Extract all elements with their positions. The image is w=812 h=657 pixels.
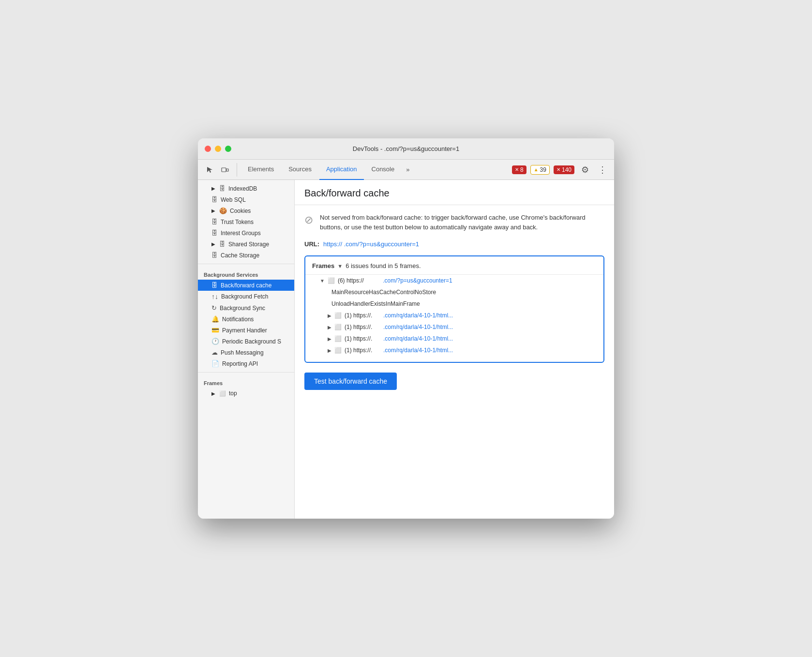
sub-frame-4-expand-icon[interactable]: ▶: [328, 348, 331, 353]
sidebar-item-shared-storage[interactable]: ▶ 🗄 Shared Storage: [198, 239, 294, 250]
toolbar-icons: [203, 163, 237, 177]
main-frame-expand-icon[interactable]: ▼: [320, 278, 325, 284]
sub-frame-2-expand-icon[interactable]: ▶: [328, 325, 331, 330]
tab-sources-label: Sources: [288, 165, 312, 173]
sidebar-item-back-forward-cache[interactable]: 🗄 Back/forward cache: [198, 280, 294, 291]
issue-1: MainResourceHasCacheControlNoStore: [328, 289, 436, 296]
content-area: Back/forward cache ⊘ Not served from bac…: [295, 180, 614, 519]
sidebar-item-background-fetch[interactable]: ↑↓ Background Fetch: [198, 291, 294, 302]
content-header: Back/forward cache: [295, 180, 614, 205]
sidebar-label-cache-storage: Cache Storage: [221, 252, 259, 259]
cache-storage-icon: 🗄: [211, 252, 218, 259]
frames-arrow-icon[interactable]: ▼: [337, 263, 343, 269]
warning-icon: ▲: [534, 167, 539, 172]
mixed-count: 140: [562, 166, 571, 173]
tab-elements[interactable]: Elements: [241, 160, 281, 180]
frames-box: Frames ▼ 6 issues found in 5 frames. ▼ ⬜…: [304, 255, 604, 363]
sub-frame-4-info: (1) https://.: [345, 347, 372, 354]
sidebar-item-background-sync[interactable]: ↻ Background Sync: [198, 302, 294, 314]
sidebar-label-indexeddb: IndexedDB: [228, 185, 257, 192]
sidebar-label-cookies: Cookies: [230, 208, 251, 214]
periodic-background-icon: 🕐: [211, 338, 219, 345]
sidebar-item-trust-tokens[interactable]: 🗄 Trust Tokens: [198, 216, 294, 227]
main-frame-count: (6) https://: [338, 277, 364, 284]
sidebar-label-background-fetch: Background Fetch: [221, 293, 268, 300]
url-row: URL: https:// .com/?p=us&guccounter=1: [304, 240, 604, 248]
sub-frame-2-icon: ⬜: [334, 324, 342, 330]
toolbar: Elements Sources Application Console » ✕…: [198, 160, 614, 180]
tab-console[interactable]: Console: [365, 160, 402, 180]
sub-frame-2-url: .com/rq/darla/4-10-1/html...: [375, 324, 597, 330]
svg-rect-0: [222, 168, 226, 172]
sidebar-label-background-sync: Background Sync: [220, 305, 265, 312]
sidebar-item-interest-groups[interactable]: 🗄 Interest Groups: [198, 227, 294, 239]
tab-console-label: Console: [372, 165, 395, 173]
minimize-button[interactable]: [215, 146, 221, 152]
sub-frame-1-expand-icon[interactable]: ▶: [328, 313, 331, 318]
arrow-icon: ▶: [211, 186, 215, 191]
sub-frame-row-3[interactable]: ▶ ⬜ (1) https://. .com/rq/darla/4-10-1/h…: [305, 333, 603, 344]
sidebar-label-notifications: Notifications: [222, 316, 254, 323]
main-frame-row[interactable]: ▼ ⬜ (6) https:// .com/?p=us&guccounter=1: [305, 275, 603, 286]
sidebar-item-reporting-api[interactable]: 📄 Reporting API: [198, 358, 294, 369]
arrow-icon: ▶: [211, 208, 215, 213]
url-label: URL:: [304, 240, 319, 248]
sidebar-label-interest-groups: Interest Groups: [221, 230, 261, 237]
top-frame-icon: ⬜: [219, 390, 226, 397]
sidebar-label-reporting-api: Reporting API: [222, 360, 258, 367]
main-layout: ▶ 🗄 IndexedDB 🗄 Web SQL ▶ 🍪 Cookies 🗄 Tr…: [198, 180, 614, 519]
device-toggle-icon[interactable]: [218, 163, 232, 177]
settings-icon[interactable]: ⚙: [578, 163, 592, 177]
frames-label: Frames: [312, 262, 334, 269]
toolbar-right: ✕ 8 ▲ 39 ✕ 140 ⚙ ⋮: [512, 163, 609, 177]
sidebar-label-payment-handler: Payment Handler: [222, 327, 267, 334]
test-button[interactable]: Test back/forward cache: [304, 373, 397, 390]
mixed-icon: ✕: [556, 167, 560, 172]
bg-services-header: Background Services: [198, 267, 294, 280]
error-badge[interactable]: ✕ 8: [512, 165, 526, 174]
sub-frame-4-url: .com/rq/darla/4-10-1/html...: [375, 347, 597, 354]
frame-icon: ⬜: [328, 277, 335, 284]
sub-frame-row-4[interactable]: ▶ ⬜ (1) https://. .com/rq/darla/4-10-1/h…: [305, 344, 603, 356]
sub-frame-3-info: (1) https://.: [345, 335, 372, 342]
sidebar-label-back-forward-cache: Back/forward cache: [221, 282, 271, 289]
sidebar-item-notifications[interactable]: 🔔 Notifications: [198, 314, 294, 325]
sidebar-item-cache-storage[interactable]: 🗄 Cache Storage: [198, 250, 294, 261]
tab-sources[interactable]: Sources: [282, 160, 318, 180]
content-body: ⊘ Not served from back/forward cache: to…: [295, 205, 614, 398]
window-title: DevTools - .com/?p=us&guccounter=1: [353, 145, 459, 152]
warning-badge[interactable]: ▲ 39: [530, 165, 550, 175]
sidebar-label-top: top: [229, 390, 237, 397]
sidebar-item-top[interactable]: ▶ ⬜ top: [198, 388, 294, 399]
more-tabs-button[interactable]: »: [402, 160, 413, 180]
sub-frame-row-1[interactable]: ▶ ⬜ (1) https://. .com/rq/darla/4-10-1/h…: [305, 310, 603, 321]
page-title: Back/forward cache: [304, 188, 604, 199]
sub-frame-3-expand-icon[interactable]: ▶: [328, 336, 331, 342]
warning-count: 39: [540, 166, 546, 173]
cursor-icon[interactable]: [203, 163, 216, 177]
svg-rect-1: [226, 169, 228, 171]
cookies-icon: 🍪: [219, 207, 227, 214]
sidebar-item-periodic-background[interactable]: 🕐 Periodic Background S: [198, 336, 294, 347]
tab-application[interactable]: Application: [319, 160, 364, 180]
sidebar-item-websql[interactable]: 🗄 Web SQL: [198, 194, 294, 205]
sub-frame-row-2[interactable]: ▶ ⬜ (1) https://. .com/rq/darla/4-10-1/h…: [305, 321, 603, 333]
websql-icon: 🗄: [211, 196, 218, 203]
sidebar-divider-2: [198, 372, 294, 373]
sidebar-label-periodic-background: Periodic Background S: [222, 338, 281, 345]
sub-frame-2-info: (1) https://.: [345, 324, 372, 330]
sidebar-item-cookies[interactable]: ▶ 🍪 Cookies: [198, 205, 294, 216]
arrow-icon: ▶: [211, 241, 215, 247]
traffic-lights: [205, 146, 231, 152]
sidebar-item-push-messaging[interactable]: ☁ Push Messaging: [198, 347, 294, 358]
sidebar-item-indexeddb[interactable]: ▶ 🗄 IndexedDB: [198, 183, 294, 194]
maximize-button[interactable]: [225, 146, 231, 152]
reporting-api-icon: 📄: [211, 360, 219, 367]
issue-2: UnloadHandlerExistsInMainFrame: [328, 300, 420, 307]
menu-icon[interactable]: ⋮: [596, 163, 609, 177]
mixed-badge[interactable]: ✕ 140: [554, 165, 574, 174]
close-button[interactable]: [205, 146, 211, 152]
frames-info: 6 issues found in 5 frames.: [346, 262, 421, 269]
main-frame-url: .com/?p=us&guccounter=1: [367, 277, 597, 284]
sidebar-item-payment-handler[interactable]: 💳 Payment Handler: [198, 325, 294, 336]
